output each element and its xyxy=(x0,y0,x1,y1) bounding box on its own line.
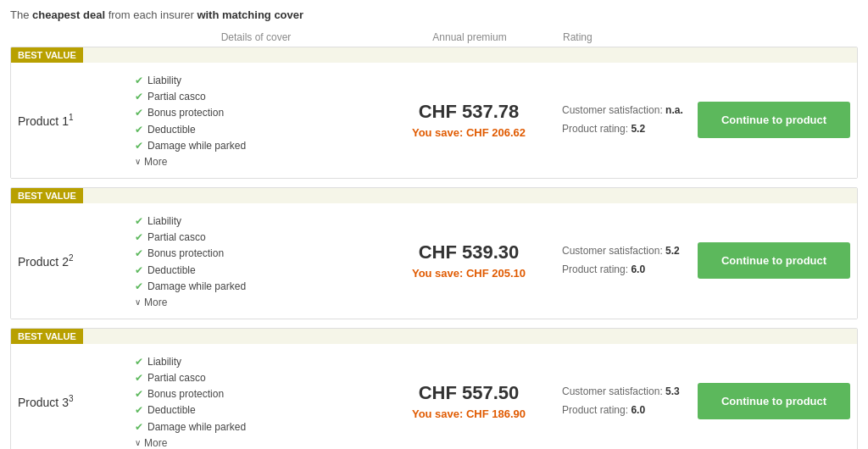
product-1-customer-satisfaction: Customer satisfaction: n.a. xyxy=(562,102,698,120)
check-icon: ✔ xyxy=(135,89,143,105)
feature-label: Damage while parked xyxy=(147,138,246,154)
product-3-feature: ✔Deductible xyxy=(135,402,377,419)
product-1-name: Product 11 xyxy=(18,113,128,128)
feature-label: Deductible xyxy=(147,263,196,279)
product-2-rating: Customer satisfaction: 5.2Product rating… xyxy=(554,242,698,279)
product-1-cs-value: n.a. xyxy=(665,104,683,116)
product-1-feature: ✔Deductible xyxy=(135,122,377,138)
product-2-feature: ✔Damage while parked xyxy=(135,279,377,295)
product-3-feature: ✔Bonus protection xyxy=(135,386,377,402)
product-1-premium: CHF 537.78You save: CHF 206.62 xyxy=(384,101,554,139)
product-3-block: BEST VALUEProduct 33✔Liability✔Partial c… xyxy=(10,328,858,449)
check-icon: ✔ xyxy=(135,230,143,246)
check-icon: ✔ xyxy=(135,354,143,370)
product-1-premium-save: You save: CHF 206.62 xyxy=(384,126,554,139)
product-3-more-link[interactable]: ∨More xyxy=(135,437,377,449)
chevron-down-icon: ∨ xyxy=(135,297,141,307)
product-3-badge-wrapper: BEST VALUE xyxy=(11,329,857,344)
product-3-pr-value: 6.0 xyxy=(631,404,645,416)
product-3-continue-button[interactable]: Continue to product xyxy=(698,383,850,419)
products-container: BEST VALUEProduct 11✔Liability✔Partial c… xyxy=(10,47,858,449)
feature-label: Liability xyxy=(147,213,181,230)
check-icon: ✔ xyxy=(135,73,143,89)
product-3-action: Continue to product xyxy=(698,383,850,419)
product-2-row: Product 22✔Liability✔Partial casco✔Bonus… xyxy=(11,203,857,319)
feature-label: Partial casco xyxy=(147,230,206,246)
col-header-premium: Annual premium xyxy=(385,31,554,43)
product-1-premium-amount: CHF 537.78 xyxy=(384,101,554,123)
product-2-action: Continue to product xyxy=(698,242,850,279)
product-2-best-value-badge: BEST VALUE xyxy=(11,188,83,203)
product-2-feature: ✔Deductible xyxy=(135,263,377,279)
product-3-best-value-badge: BEST VALUE xyxy=(11,329,83,344)
check-icon: ✔ xyxy=(135,419,143,435)
page-headline: The cheapest deal from each insurer with… xyxy=(10,8,858,21)
product-3-premium-amount: CHF 557.50 xyxy=(384,382,554,404)
check-icon: ✔ xyxy=(135,370,143,386)
col-header-rating: Rating xyxy=(554,31,698,43)
feature-label: Liability xyxy=(147,354,181,370)
product-1-product-rating: Product rating: 5.2 xyxy=(562,120,698,139)
product-3-premium-save: You save: CHF 186.90 xyxy=(384,407,554,420)
product-1-more-link[interactable]: ∨More xyxy=(135,156,377,168)
product-3-premium: CHF 557.50You save: CHF 186.90 xyxy=(384,382,554,420)
product-2-premium: CHF 539.30You save: CHF 205.10 xyxy=(384,241,554,280)
check-icon: ✔ xyxy=(135,402,143,419)
product-3-feature: ✔Partial casco xyxy=(135,370,377,386)
product-3-customer-satisfaction: Customer satisfaction: 5.3 xyxy=(562,383,698,402)
more-label: More xyxy=(144,156,167,168)
check-icon: ✔ xyxy=(135,246,143,262)
feature-label: Partial casco xyxy=(147,370,206,386)
feature-label: Liability xyxy=(147,73,181,89)
check-icon: ✔ xyxy=(135,279,143,295)
feature-label: Damage while parked xyxy=(147,279,246,295)
more-label: More xyxy=(144,297,167,308)
product-1-rating: Customer satisfaction: n.a.Product ratin… xyxy=(554,102,698,138)
product-2-block: BEST VALUEProduct 22✔Liability✔Partial c… xyxy=(10,187,858,319)
product-2-name: Product 22 xyxy=(18,253,128,269)
product-2-premium-amount: CHF 539.30 xyxy=(384,241,554,263)
product-1-feature: ✔Liability xyxy=(135,73,377,89)
product-1-feature: ✔Damage while parked xyxy=(135,138,377,154)
product-1-row: Product 11✔Liability✔Partial casco✔Bonus… xyxy=(11,63,857,178)
product-2-feature: ✔Partial casco xyxy=(135,230,377,246)
feature-label: Bonus protection xyxy=(147,246,224,262)
product-2-pr-value: 6.0 xyxy=(631,263,645,275)
feature-label: Deductible xyxy=(147,402,196,419)
check-icon: ✔ xyxy=(135,386,143,402)
chevron-down-icon: ∨ xyxy=(135,438,141,447)
product-3-feature: ✔Liability xyxy=(135,354,377,370)
product-1-details: ✔Liability✔Partial casco✔Bonus protectio… xyxy=(128,73,384,168)
product-3-cs-value: 5.3 xyxy=(665,385,680,397)
product-3-rating: Customer satisfaction: 5.3Product rating… xyxy=(554,383,698,419)
column-headers: Details of cover Annual premium Rating xyxy=(10,31,858,43)
col-header-details: Details of cover xyxy=(127,31,385,43)
check-icon: ✔ xyxy=(135,138,143,154)
product-1-best-value-badge: BEST VALUE xyxy=(11,47,83,63)
product-2-more-link[interactable]: ∨More xyxy=(135,297,377,308)
product-3-name: Product 33 xyxy=(18,394,128,409)
product-1-pr-value: 5.2 xyxy=(631,123,645,135)
headline-bold1: cheapest deal xyxy=(32,8,105,21)
more-label: More xyxy=(144,437,167,449)
product-1-continue-button[interactable]: Continue to product xyxy=(698,102,850,138)
feature-label: Bonus protection xyxy=(147,105,224,121)
product-1-block: BEST VALUEProduct 11✔Liability✔Partial c… xyxy=(10,47,858,179)
product-3-row: Product 33✔Liability✔Partial casco✔Bonus… xyxy=(11,344,857,449)
product-2-feature: ✔Bonus protection xyxy=(135,246,377,262)
product-1-action: Continue to product xyxy=(698,102,850,138)
feature-label: Deductible xyxy=(147,122,196,138)
chevron-down-icon: ∨ xyxy=(135,157,141,166)
product-3-details: ✔Liability✔Partial casco✔Bonus protectio… xyxy=(128,354,384,449)
product-2-product-rating: Product rating: 6.0 xyxy=(562,261,698,280)
product-2-customer-satisfaction: Customer satisfaction: 5.2 xyxy=(562,242,698,261)
product-1-feature: ✔Partial casco xyxy=(135,89,377,105)
product-1-badge-wrapper: BEST VALUE xyxy=(11,47,857,63)
product-3-feature: ✔Damage while parked xyxy=(135,419,377,435)
product-2-premium-save: You save: CHF 205.10 xyxy=(384,267,554,280)
check-icon: ✔ xyxy=(135,263,143,279)
product-3-product-rating: Product rating: 6.0 xyxy=(562,402,698,420)
check-icon: ✔ xyxy=(135,213,143,230)
product-2-continue-button[interactable]: Continue to product xyxy=(698,242,850,279)
product-2-badge-wrapper: BEST VALUE xyxy=(11,188,857,203)
